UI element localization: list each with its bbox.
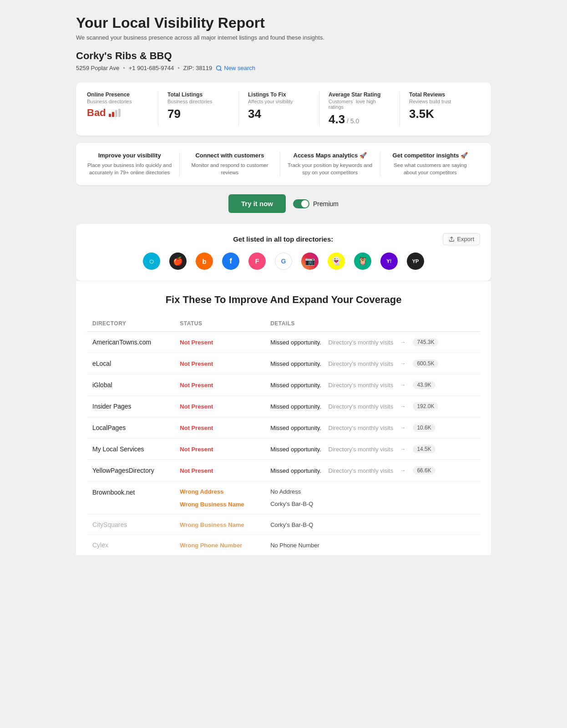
detail-label: No Phone Number <box>270 542 319 549</box>
stat-value-0: Bad <box>87 107 149 119</box>
dir-icons: ○ 🍎 b f F G 📷 👻 🦉 Y! YP <box>87 253 480 270</box>
table-row: CitySquares Wrong Business Name Corky's … <box>87 515 480 535</box>
feature-customers: Connect with customers Monitor and respo… <box>180 152 280 176</box>
dir-name-cell: CitySquares <box>87 515 174 535</box>
fix-section: Fix These To Improve And Expand Your Cov… <box>76 281 491 555</box>
business-name: Corky's Ribs & BBQ <box>76 50 491 62</box>
status-cell: Not Present <box>174 396 265 417</box>
stat-value-1: 79 <box>167 107 229 121</box>
feature-competitor: Get competitor insights 🚀 See what custo… <box>380 152 480 176</box>
status-badge: Wrong Phone Number <box>180 542 242 549</box>
status-badge: Wrong Address <box>180 488 223 495</box>
detail-visits: Directory's monthly visits <box>329 467 394 474</box>
detail-missed: Missed opportunity. <box>270 360 321 367</box>
export-button[interactable]: Export <box>443 233 480 245</box>
feature-title-3: Get competitor insights 🚀 <box>388 152 473 159</box>
visits-badge: 745.3K <box>413 338 438 346</box>
detail-missed: Missed opportunity. <box>270 425 321 431</box>
status-badge: Not Present <box>180 339 213 346</box>
search-icon <box>216 65 222 71</box>
detail-arrow: → <box>400 425 406 431</box>
table-row: AmericanTowns.com Not Present Missed opp… <box>87 332 480 353</box>
status-cell: Wrong Address Wrong Business Name <box>174 481 265 515</box>
status-badge-2: Wrong Business Name <box>180 501 244 508</box>
new-search-link[interactable]: New search <box>216 65 255 71</box>
col-header-directory: Directory <box>87 317 174 332</box>
separator-dot2: • <box>177 65 180 71</box>
feature-title-0: Improve your visibility <box>87 152 172 159</box>
dir-title: Get listed in all top directories: <box>123 235 443 243</box>
detail-arrow: → <box>400 360 406 367</box>
status-badge: Wrong Business Name <box>180 521 244 528</box>
table-row: LocalPages Not Present Missed opportunit… <box>87 417 480 439</box>
dir-name-cell: iGlobal <box>87 374 174 396</box>
dir-name-cell: My Local Services <box>87 439 174 460</box>
bing-icon[interactable]: b <box>196 253 213 270</box>
stat-label-2: Listings To Fix <box>248 91 310 98</box>
stat-total-reviews: Total Reviews Reviews build trust 3.5K <box>400 91 480 126</box>
stat-label-1: Total Listings <box>167 91 229 98</box>
detail-arrow: → <box>400 467 406 474</box>
stat-value-4: 3.5K <box>409 107 471 121</box>
business-phone: +1 901-685-9744 <box>129 65 174 71</box>
premium-toggle[interactable]: Premium <box>293 199 339 208</box>
detail-missed: Missed opportunity. <box>270 339 321 346</box>
feature-title-2: Access Maps analytics 🚀 <box>288 152 373 159</box>
yellowpages-icon[interactable]: YP <box>407 253 424 270</box>
features-card: Improve your visibility Place your busin… <box>76 143 491 185</box>
table-row: iGlobal Not Present Missed opportunity. … <box>87 374 480 396</box>
instagram-icon[interactable]: 📷 <box>301 253 319 270</box>
dir-name-cell: LocalPages <box>87 417 174 439</box>
details-cell: Missed opportunity. Directory's monthly … <box>265 417 480 439</box>
directories-section: Get listed in all top directories: Expor… <box>76 224 491 281</box>
table-row: Cylex Wrong Phone Number No Phone Number <box>87 535 480 556</box>
try-button[interactable]: Try it now <box>228 194 286 213</box>
page-title: Your Local Visibility Report <box>76 15 491 31</box>
details-cell: Missed opportunity. Directory's monthly … <box>265 396 480 417</box>
stats-card: Online Presence Business directories Bad… <box>76 82 491 136</box>
yahoo-icon[interactable]: Y! <box>380 253 398 270</box>
tripadvisor-icon[interactable]: 🦉 <box>354 253 371 270</box>
detail-visits: Directory's monthly visits <box>329 425 394 431</box>
foursquare-icon[interactable]: F <box>248 253 266 270</box>
detail-visits: Directory's monthly visits <box>329 403 394 410</box>
facebook-icon[interactable]: f <box>222 253 239 270</box>
signal-bars <box>109 109 121 117</box>
dir-name-cell: Insider Pages <box>87 396 174 417</box>
status-badge: Not Present <box>180 425 213 431</box>
report-subtitle: We scanned your business presence across… <box>76 34 491 41</box>
toggle-knob <box>301 200 309 207</box>
stat-online-presence: Online Presence Business directories Bad <box>87 91 158 126</box>
stat-total-listings: Total Listings Business directories 79 <box>158 91 239 126</box>
alexa-icon[interactable]: ○ <box>143 253 160 270</box>
status-cell: Wrong Phone Number <box>174 535 265 556</box>
stat-sublabel-4: Reviews build trust <box>409 99 471 104</box>
table-row: Insider Pages Not Present Missed opportu… <box>87 396 480 417</box>
rating-suffix: / 5.0 <box>345 117 359 125</box>
apple-icon[interactable]: 🍎 <box>169 253 187 270</box>
detail-visits: Directory's monthly visits <box>329 382 394 389</box>
new-search-label: New search <box>224 65 255 71</box>
status-badge: Not Present <box>180 382 213 389</box>
stat-sublabel-1: Business directories <box>167 99 229 104</box>
col-header-status: Status <box>174 317 265 332</box>
stat-listings-to-fix: Listings To Fix Affects your visibility … <box>239 91 319 126</box>
table-row: YellowPagesDirectory Not Present Missed … <box>87 460 480 481</box>
signal-bar-3 <box>115 110 117 117</box>
feature-desc-0: Place your business info quickly and acc… <box>87 162 172 176</box>
toggle-switch[interactable] <box>293 199 309 208</box>
svg-line-1 <box>220 69 222 71</box>
status-cell: Not Present <box>174 460 265 481</box>
details-cell: Missed opportunity. Directory's monthly … <box>265 460 480 481</box>
feature-desc-2: Track your position by keywords and spy … <box>288 162 373 176</box>
snapchat-icon[interactable]: 👻 <box>328 253 345 270</box>
export-label: Export <box>457 236 474 243</box>
status-cell: Not Present <box>174 332 265 353</box>
business-address: 5259 Poplar Ave <box>76 65 119 71</box>
dir-name-cell: AmericanTowns.com <box>87 332 174 353</box>
feature-title-1: Connect with customers <box>187 152 272 159</box>
signal-bar-2 <box>112 112 114 117</box>
stat-sublabel-0: Business directories <box>87 99 149 104</box>
google-icon[interactable]: G <box>275 253 292 270</box>
visits-badge: 43.9K <box>413 381 435 389</box>
